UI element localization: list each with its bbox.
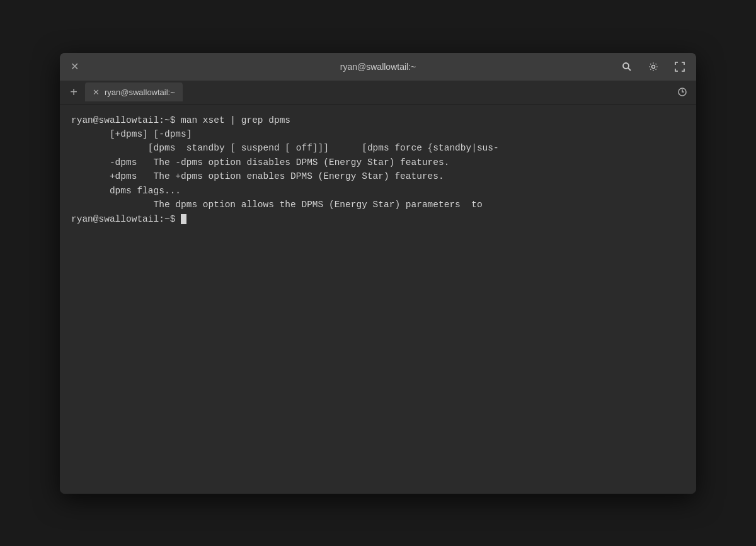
tab-bar: + ✕ ryan@swallowtail:~ [60,81,696,105]
terminal-line-4: +dpms The +dpms option enables DPMS (Ene… [71,171,444,181]
new-tab-button[interactable]: + [65,83,83,101]
gear-icon [648,62,658,72]
svg-point-2 [652,65,655,68]
fullscreen-icon-button[interactable] [671,58,689,76]
search-icon [622,62,632,72]
title-bar: ✕ ryan@swallowtail:~ [60,53,696,81]
terminal-line-5: dpms flags... [71,186,181,196]
settings-icon-button[interactable] [644,58,662,76]
terminal-line-3: -dpms The -dpms option disables DPMS (En… [71,157,449,168]
terminal-line-6: The dpms option allows the DPMS (Energy … [71,200,483,210]
search-icon-button[interactable] [618,58,636,76]
title-bar-right [618,58,689,76]
tab-label: ryan@swallowtail:~ [105,88,175,97]
fullscreen-icon [675,62,685,72]
terminal-line-0: ryan@swallowtail:~$ man xset | grep dpms [71,115,290,125]
terminal-window: ✕ ryan@swallowtail:~ [60,53,696,494]
terminal-prompt: ryan@swallowtail:~$ [71,214,181,224]
tab-close-button[interactable]: ✕ [93,88,100,97]
svg-line-1 [628,68,631,71]
terminal-line-1: [+dpms] [-dpms] [71,129,192,139]
history-icon [677,87,687,97]
close-button[interactable]: ✕ [67,60,81,74]
terminal-output[interactable]: ryan@swallowtail:~$ man xset | grep dpms… [60,105,696,494]
window-title: ryan@swallowtail:~ [340,62,416,72]
svg-point-0 [623,63,629,69]
tab-history-button[interactable] [673,83,691,101]
title-bar-left: ✕ [67,60,81,74]
terminal-tab[interactable]: ✕ ryan@swallowtail:~ [85,82,183,101]
terminal-cursor [181,214,186,224]
terminal-line-2: [dpms standby [ suspend [ off]]] [dpms f… [71,143,499,153]
